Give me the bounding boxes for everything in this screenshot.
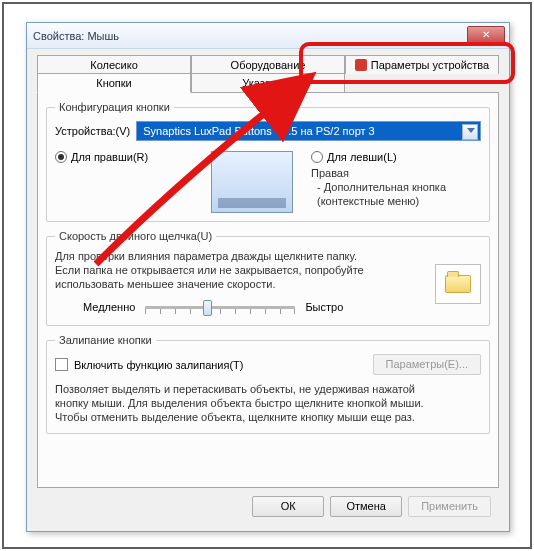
slider-tick bbox=[280, 309, 281, 314]
cancel-button[interactable]: Отмена bbox=[330, 496, 402, 517]
radio-right-handed[interactable]: Для правши(R) bbox=[55, 151, 205, 163]
device-label: Устройства:(V) bbox=[55, 125, 130, 137]
group-clicklock-legend: Залипание кнопки bbox=[55, 334, 156, 346]
dialog-window: Свойства: Мышь ✕ Колесико Оборудование П… bbox=[26, 22, 510, 532]
slider-tick bbox=[145, 309, 146, 314]
device-row: Устройства:(V) Synaptics LuxPad Buttons … bbox=[55, 121, 481, 141]
tab-device-params-label: Параметры устройства bbox=[371, 59, 489, 71]
slider-tick bbox=[160, 309, 161, 314]
desc-line1: - Дополнительная кнопка bbox=[311, 181, 481, 195]
screenshot-frame: Свойства: Мышь ✕ Колесико Оборудование П… bbox=[2, 2, 532, 549]
dialog-body: Колесико Оборудование Параметры устройст… bbox=[27, 49, 509, 525]
radio-left-handed[interactable]: Для левши(L) bbox=[311, 151, 481, 163]
handedness-row: Для правши(R) Для левши(L) Правая - bbox=[55, 151, 481, 213]
tab-pointers[interactable]: Указатели bbox=[191, 73, 345, 93]
slider-tick bbox=[190, 309, 191, 314]
clicklock-checkbox[interactable] bbox=[55, 358, 68, 371]
dblclk-line3: использовать меньшее значение скорости. bbox=[55, 278, 425, 292]
slider-tick bbox=[265, 309, 266, 314]
group-doubleclick-legend: Скорость двойного щелчка(U) bbox=[55, 230, 216, 242]
desc-title: Правая bbox=[311, 167, 481, 181]
radio-dot-icon bbox=[311, 151, 323, 163]
dblclk-line2: Если папка не открывается или не закрыва… bbox=[55, 264, 425, 278]
desc-line2: (контекстные меню) bbox=[311, 195, 481, 209]
slider-tick bbox=[235, 309, 236, 314]
tab-device-params[interactable]: Параметры устройства bbox=[345, 55, 499, 74]
group-button-config-legend: Конфигурация кнопки bbox=[55, 101, 174, 113]
slider-tick bbox=[294, 309, 295, 314]
sticky-line1: Позволяет выделять и перетаскивать объек… bbox=[55, 383, 481, 397]
synaptics-icon bbox=[355, 59, 367, 71]
sticky-line3: Чтобы отменить выделение объекта, щелкни… bbox=[55, 411, 481, 425]
slider-tick bbox=[220, 309, 221, 314]
clicklock-label: Включить функцию залипания(T) bbox=[74, 359, 367, 371]
slow-label: Медленно bbox=[83, 301, 135, 313]
group-button-config: Конфигурация кнопки Устройства:(V) Synap… bbox=[46, 101, 490, 222]
button-desc: Правая - Дополнительная кнопка (контекст… bbox=[311, 167, 481, 208]
speed-slider[interactable] bbox=[145, 297, 295, 317]
radio-left-label: Для левши(L) bbox=[327, 151, 397, 163]
sticky-line2: кнопку мыши. Для выделения объекта быстр… bbox=[55, 397, 481, 411]
tabs-row-bottom: Кнопки Указатели . bbox=[37, 73, 499, 93]
doubleclick-test-folder[interactable] bbox=[435, 264, 481, 304]
tab-content: Конфигурация кнопки Устройства:(V) Synap… bbox=[37, 92, 499, 488]
dialog-buttons: ОК Отмена Применить bbox=[37, 488, 499, 517]
tab-hardware[interactable]: Оборудование bbox=[191, 55, 345, 74]
clicklock-desc: Позволяет выделять и перетаскивать объек… bbox=[55, 383, 481, 424]
device-dropdown[interactable]: Synaptics LuxPad Buttons V7.5 на PS/2 по… bbox=[136, 121, 481, 141]
radio-dot-icon bbox=[55, 151, 67, 163]
slider-thumb[interactable] bbox=[203, 300, 212, 316]
folder-icon bbox=[445, 275, 471, 293]
tab-buttons[interactable]: Кнопки bbox=[37, 73, 191, 93]
tabs-row-top: Колесико Оборудование Параметры устройст… bbox=[37, 55, 499, 74]
dblclk-line1: Для проверки влияния параметра дважды ще… bbox=[55, 250, 425, 264]
tab-wheel[interactable]: Колесико bbox=[37, 55, 191, 74]
apply-button: Применить bbox=[408, 496, 491, 517]
touchpad-preview-image bbox=[211, 151, 293, 213]
clicklock-row: Включить функцию залипания(T) Параметры(… bbox=[55, 354, 481, 375]
device-dropdown-value: Synaptics LuxPad Buttons V7.5 на PS/2 по… bbox=[143, 125, 374, 137]
clicklock-params-button: Параметры(E)... bbox=[373, 354, 481, 375]
group-clicklock: Залипание кнопки Включить функцию залипа… bbox=[46, 334, 490, 433]
group-doubleclick: Скорость двойного щелчка(U) Для проверки… bbox=[46, 230, 490, 326]
slider-tick bbox=[175, 309, 176, 314]
speed-slider-row: Медленно bbox=[83, 297, 425, 317]
radio-right-label: Для правши(R) bbox=[71, 151, 148, 163]
fast-label: Быстро bbox=[305, 301, 343, 313]
ok-button[interactable]: ОК bbox=[252, 496, 324, 517]
doubleclick-help: Для проверки влияния параметра дважды ще… bbox=[55, 250, 425, 291]
window-title: Свойства: Мышь bbox=[33, 30, 119, 42]
slider-tick bbox=[250, 309, 251, 314]
titlebar: Свойства: Мышь ✕ bbox=[27, 23, 509, 49]
close-button[interactable]: ✕ bbox=[467, 26, 505, 44]
chevron-down-icon bbox=[467, 128, 475, 133]
